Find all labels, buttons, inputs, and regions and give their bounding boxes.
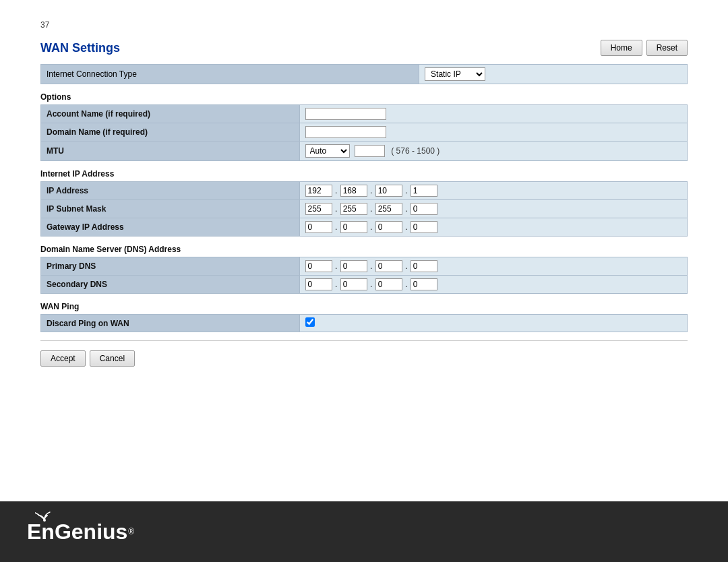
account-name-value: [299, 105, 687, 123]
gateway-sep1: .: [335, 222, 337, 232]
discard-ping-checkbox[interactable]: [305, 317, 315, 327]
footer: En Genius ®: [0, 501, 728, 562]
gateway-sep3: .: [405, 222, 407, 232]
ip-octet1[interactable]: [305, 185, 332, 197]
gateway-value: . . .: [299, 218, 687, 237]
subnet-sep1: .: [335, 204, 337, 214]
gateway-octet3[interactable]: [375, 221, 402, 233]
brand-container: En Genius ®: [27, 520, 134, 544]
ip-address-label: IP Address: [41, 182, 300, 200]
svg-point-0: [43, 519, 46, 522]
domain-name-row: Domain Name (if required): [41, 123, 688, 142]
discard-ping-row: Discard Ping on WAN: [41, 315, 688, 332]
page-title: WAN Settings: [40, 41, 120, 55]
divider: [40, 340, 688, 341]
cancel-button[interactable]: Cancel: [90, 350, 135, 367]
mtu-input[interactable]: 1500: [355, 145, 385, 157]
page-wrapper: 37 WAN Settings Home Reset Internet Conn…: [0, 0, 728, 562]
primary-dns-octet1[interactable]: [305, 260, 332, 272]
brand-logo: En Genius ®: [27, 520, 134, 544]
connection-type-select[interactable]: Static IP DHCP PPPoE PPTP L2TP: [425, 67, 485, 81]
mtu-label: MTU: [41, 142, 300, 161]
sdns-sep1: .: [335, 280, 337, 289]
subnet-sep2: .: [370, 204, 372, 214]
brand-text-genius: Genius: [55, 520, 127, 544]
sdns-sep2: .: [370, 280, 372, 289]
page-number: 37: [40, 20, 688, 30]
pdns-sep2: .: [370, 261, 372, 271]
subnet-octet3[interactable]: [375, 203, 402, 215]
gateway-sep2: .: [370, 222, 372, 232]
options-section-header: Options: [40, 92, 688, 102]
subnet-octet4[interactable]: [411, 203, 437, 215]
subnet-mask-label: IP Subnet Mask: [41, 200, 300, 218]
reset-button[interactable]: Reset: [646, 40, 688, 56]
ip-octet2[interactable]: [340, 185, 367, 197]
main-content: 37 WAN Settings Home Reset Internet Conn…: [0, 0, 728, 501]
account-name-input[interactable]: [305, 108, 386, 120]
subnet-octet1[interactable]: [305, 203, 332, 215]
connection-type-table: Internet Connection Type Static IP DHCP …: [40, 64, 688, 84]
ip-octet4[interactable]: [411, 185, 437, 197]
primary-dns-label: Primary DNS: [41, 257, 300, 276]
pdns-sep1: .: [335, 261, 337, 271]
secondary-dns-label: Secondary DNS: [41, 276, 300, 294]
pdns-sep3: .: [405, 261, 407, 271]
mtu-row: MTU Auto Manual 1500 ( 576 - 1500 ): [41, 142, 688, 161]
primary-dns-octet3[interactable]: [375, 260, 402, 272]
domain-name-value: [299, 123, 687, 142]
connection-type-row: Internet Connection Type Static IP DHCP …: [41, 65, 688, 84]
sdns-sep3: .: [405, 280, 407, 289]
secondary-dns-value: . . .: [299, 276, 687, 294]
ip-address-value: . . .: [299, 182, 687, 200]
wifi-icon: [35, 510, 54, 522]
discard-ping-label: Discard Ping on WAN: [41, 315, 300, 332]
domain-name-label: Domain Name (if required): [41, 123, 300, 142]
mtu-value: Auto Manual 1500 ( 576 - 1500 ): [299, 142, 687, 161]
discard-ping-value: [299, 315, 687, 332]
ip-address-section-header: Internet IP Address: [40, 169, 688, 179]
ip-sep1: .: [335, 186, 337, 195]
mtu-range: ( 576 - 1500 ): [391, 146, 439, 156]
wan-ping-table: Discard Ping on WAN: [40, 314, 688, 332]
gateway-octet4[interactable]: [411, 221, 437, 233]
subnet-mask-value: . . .: [299, 200, 687, 218]
gateway-octet1[interactable]: [305, 221, 332, 233]
secondary-dns-octet1[interactable]: [305, 278, 332, 290]
subnet-mask-row: IP Subnet Mask . . .: [41, 200, 688, 218]
secondary-dns-octet3[interactable]: [375, 278, 402, 290]
primary-dns-octet2[interactable]: [340, 260, 367, 272]
secondary-dns-octet4[interactable]: [411, 278, 437, 290]
subnet-octet2[interactable]: [340, 203, 367, 215]
brand-icon-area: En: [27, 520, 55, 544]
action-buttons: Accept Cancel: [40, 350, 688, 367]
account-name-row: Account Name (if required): [41, 105, 688, 123]
dns-table: Primary DNS . . . Secondary DNS . .: [40, 257, 688, 294]
wan-ping-section-header: WAN Ping: [40, 302, 688, 311]
brand-text-en: En: [27, 520, 55, 544]
mtu-mode-select[interactable]: Auto Manual: [305, 144, 350, 158]
primary-dns-row: Primary DNS . . .: [41, 257, 688, 276]
connection-type-label: Internet Connection Type: [41, 65, 419, 84]
header-row: WAN Settings Home Reset: [40, 40, 688, 56]
subnet-sep3: .: [405, 204, 407, 214]
domain-name-input[interactable]: [305, 126, 386, 138]
primary-dns-octet4[interactable]: [411, 260, 437, 272]
ip-sep2: .: [370, 186, 372, 195]
home-button[interactable]: Home: [601, 40, 642, 56]
connection-type-value: Static IP DHCP PPPoE PPTP L2TP: [419, 65, 688, 84]
options-table: Account Name (if required) Domain Name (…: [40, 104, 688, 161]
secondary-dns-octet2[interactable]: [340, 278, 367, 290]
accept-button[interactable]: Accept: [40, 350, 86, 367]
ip-address-table: IP Address . . . IP Subnet Mask . .: [40, 181, 688, 237]
ip-octet3[interactable]: [375, 185, 402, 197]
dns-section-header: Domain Name Server (DNS) Address: [40, 245, 688, 254]
account-name-label: Account Name (if required): [41, 105, 300, 123]
gateway-label: Gateway IP Address: [41, 218, 300, 237]
gateway-row: Gateway IP Address . . .: [41, 218, 688, 237]
gateway-octet2[interactable]: [340, 221, 367, 233]
secondary-dns-row: Secondary DNS . . .: [41, 276, 688, 294]
ip-address-row: IP Address . . .: [41, 182, 688, 200]
ip-sep3: .: [405, 186, 407, 195]
header-buttons: Home Reset: [601, 40, 688, 56]
